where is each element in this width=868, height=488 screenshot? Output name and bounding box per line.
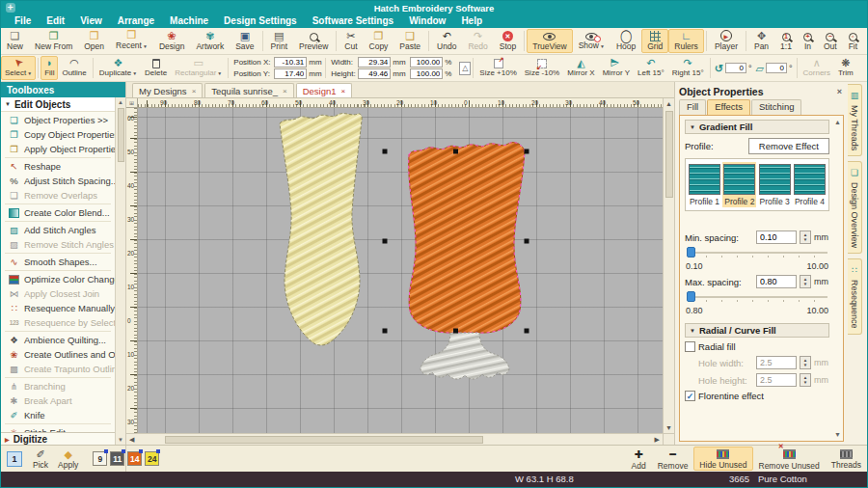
- threads-button[interactable]: Threads: [826, 447, 867, 471]
- toolbox-item-apply-properties[interactable]: ❒Apply Object Properties: [1, 142, 115, 156]
- toolbox-scrollbar[interactable]: ▲ ▼: [115, 97, 125, 445]
- duplicate-button[interactable]: ❖Duplicate▼: [95, 56, 141, 80]
- scroll-right-icon[interactable]: ▶: [655, 436, 660, 444]
- show-button[interactable]: Show▼: [573, 29, 610, 53]
- trim-button[interactable]: ❋Trim: [834, 56, 857, 80]
- scrollbar-thumb[interactable]: [118, 108, 124, 162]
- menu-window[interactable]: Window: [401, 14, 453, 28]
- apply-color-button[interactable]: ◆Apply: [53, 448, 83, 470]
- scrollbar-thumb[interactable]: [165, 436, 483, 444]
- toolbox-item-copy-properties[interactable]: ❐Copy Object Properties: [1, 127, 115, 142]
- menu-file[interactable]: File: [7, 14, 39, 28]
- position-y-input[interactable]: [274, 68, 307, 79]
- toolbox-item-ambience[interactable]: ❖Ambience Quilting...: [1, 333, 115, 347]
- design-canvas[interactable]: ⊞ 90807060504030201001020304050 60504030…: [126, 98, 674, 445]
- gradient-fill-section[interactable]: ▼Gradient Fill: [685, 120, 829, 134]
- artwork-button[interactable]: ✾Artwork: [190, 29, 230, 53]
- scroll-down-icon[interactable]: ▼: [665, 422, 672, 433]
- gradient-profile-1[interactable]: Profile 1: [688, 162, 721, 207]
- skew-input[interactable]: [766, 63, 787, 73]
- scroll-left-icon[interactable]: ◀: [129, 436, 134, 444]
- panel-tab-design-overview[interactable]: ❏Design Overview: [848, 161, 862, 254]
- delete-button[interactable]: Delete: [141, 56, 171, 80]
- size-minus-10-button[interactable]: ↙Size -10%: [521, 56, 563, 80]
- toolbox-item-outlines-offsets[interactable]: ❀Create Outlines and Off...: [1, 347, 115, 362]
- menu-view[interactable]: View: [72, 14, 110, 28]
- scrollbar-thumb[interactable]: [665, 111, 673, 198]
- slider-thumb[interactable]: [687, 247, 695, 258]
- gradient-profile-2[interactable]: Profile 2: [722, 162, 756, 207]
- hide-unused-button[interactable]: Hide Unused: [693, 447, 752, 471]
- width-percent-input[interactable]: [410, 57, 443, 68]
- dropdown-caret-icon[interactable]: ▼: [217, 70, 222, 76]
- print-button[interactable]: ▤Print: [265, 29, 293, 53]
- dropdown-caret-icon[interactable]: ▼: [132, 70, 137, 76]
- open-button[interactable]: ❒Open: [78, 29, 110, 53]
- toolbox-item-optimize-color[interactable]: Optimize Color Change...: [1, 272, 115, 286]
- player-button[interactable]: ▶Player: [709, 29, 744, 53]
- cut-button[interactable]: ✂Cut: [339, 29, 363, 53]
- tab-my-designs[interactable]: My Designs×: [132, 83, 203, 97]
- color-swatch-9[interactable]: 9: [93, 451, 107, 466]
- grid-button[interactable]: Grid: [641, 29, 668, 53]
- color-swatch-24[interactable]: 24: [145, 451, 159, 466]
- toolbox-item-add-angles[interactable]: ▨Add Stitch Angles: [1, 223, 115, 237]
- menu-arrange[interactable]: Arrange: [110, 14, 162, 28]
- hoop-button[interactable]: ◯Hoop: [610, 29, 641, 53]
- color-swatch-11[interactable]: 11: [110, 451, 124, 466]
- gradient-profile-3[interactable]: Profile 3: [758, 162, 792, 207]
- radial-curve-fill-section[interactable]: ▼Radial / Curve Fill: [685, 323, 829, 338]
- menu-machine[interactable]: Machine: [162, 14, 216, 28]
- close-icon[interactable]: ×: [835, 87, 844, 96]
- properties-tab-stitching[interactable]: Stitching: [751, 99, 801, 115]
- toolbox-item-reshape[interactable]: ↖Reshape: [1, 159, 115, 174]
- height-percent-input[interactable]: [410, 68, 443, 79]
- max-spacing-input[interactable]: [756, 275, 797, 288]
- rulers-button[interactable]: ∟Rulers: [668, 29, 704, 53]
- menu-software-settings[interactable]: Software Settings: [305, 14, 401, 28]
- tab-design1[interactable]: Design1×: [296, 83, 353, 97]
- color-swatch-14[interactable]: 14: [127, 451, 142, 466]
- tab-close-icon[interactable]: ×: [192, 87, 197, 95]
- dropdown-caret-icon[interactable]: ▼: [143, 43, 148, 49]
- max-spacing-spinner[interactable]: ▲▼: [800, 275, 811, 288]
- copy-button[interactable]: ❐Copy: [364, 29, 394, 53]
- width-input[interactable]: [358, 57, 391, 68]
- toolbox-item-object-properties[interactable]: ❏Object Properties >>: [1, 113, 115, 127]
- add-button[interactable]: ✚Add: [626, 447, 652, 471]
- pick-color-button[interactable]: ✐Pick: [28, 448, 53, 470]
- design-button[interactable]: ❀Design: [153, 29, 190, 53]
- zoom-out-button[interactable]: −Out: [818, 29, 843, 53]
- tab-tequila-sunrise-[interactable]: Tequila sunrise_×: [204, 83, 293, 97]
- paste-button[interactable]: ❑Paste: [393, 29, 426, 53]
- preview-button[interactable]: Preview: [293, 29, 334, 53]
- outline-button[interactable]: ◠Outline: [58, 56, 90, 80]
- zoom-fit-button[interactable]: ▫Fit: [843, 29, 863, 53]
- rotate-left-15-button[interactable]: ↶Left 15°: [634, 56, 668, 80]
- remove-effect-button[interactable]: Remove Effect: [748, 138, 829, 154]
- radial-fill-checkbox[interactable]: [685, 341, 695, 352]
- scroll-up-icon[interactable]: ▲: [665, 98, 672, 109]
- size-plus-10-button[interactable]: ↗Size +10%: [475, 56, 520, 80]
- current-color-chip[interactable]: 1: [7, 451, 22, 467]
- min-spacing-slider[interactable]: [687, 248, 827, 258]
- dropdown-caret-icon[interactable]: ▼: [27, 70, 32, 76]
- scroll-down-icon[interactable]: ▼: [116, 435, 125, 445]
- design-object-glass-foot[interactable]: [420, 333, 509, 379]
- mirror-x-button[interactable]: ◭Mirror X: [563, 56, 598, 80]
- section-digitize[interactable]: ▶Digitize: [1, 432, 115, 445]
- toolbox-item-smooth[interactable]: ∿Smooth Shapes...: [1, 255, 115, 269]
- position-x-input[interactable]: [274, 57, 307, 68]
- remove-unused-button[interactable]: ✕Remove Unused: [753, 447, 826, 471]
- canvas-vertical-scrollbar[interactable]: ▲ ▼: [663, 98, 674, 433]
- min-spacing-input[interactable]: [756, 230, 797, 244]
- max-spacing-slider[interactable]: [687, 292, 827, 302]
- scroll-up-icon[interactable]: ▲: [116, 97, 125, 107]
- fill-button[interactable]: ◗Fill: [41, 56, 58, 80]
- toolbox-item-knife[interactable]: ✐Knife: [1, 408, 115, 422]
- mirror-y-button[interactable]: ◭Mirror Y: [599, 56, 634, 80]
- canvas-grid[interactable]: [138, 108, 663, 433]
- properties-tab-fill[interactable]: Fill: [679, 99, 706, 115]
- save-button[interactable]: ▣Save: [230, 29, 259, 53]
- panel-tab-resequence[interactable]: ∷Resequence: [848, 258, 862, 335]
